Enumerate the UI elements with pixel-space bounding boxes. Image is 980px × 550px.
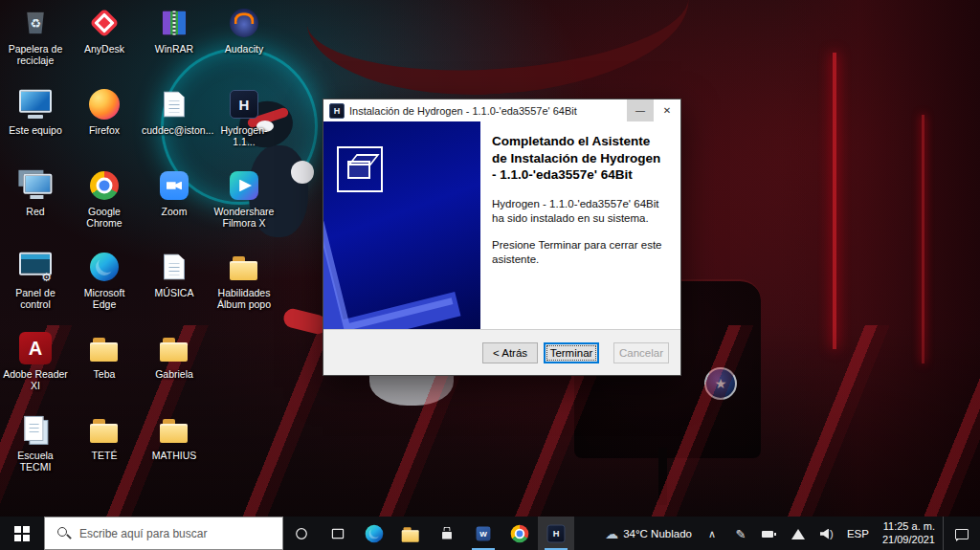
- desktop-icon[interactable]: Audacity: [212, 6, 277, 87]
- desktop-icon[interactable]: AnyDesk: [72, 6, 137, 87]
- desktop-icon-label: Hydrogen-1.1...: [212, 124, 277, 147]
- desktop-icon[interactable]: Gabriela: [142, 331, 207, 412]
- finish-heading: Completando el Asistente de Instalación …: [492, 133, 667, 184]
- taskbar-apps: [283, 517, 574, 550]
- action-center-button[interactable]: [943, 517, 980, 550]
- desktop-icon-label: MATHIUS: [152, 450, 196, 461]
- clock-time: 11:25 a. m.: [883, 520, 935, 534]
- wallpaper-art: [779, 0, 980, 517]
- desktop-icon[interactable]: Este equipo: [3, 87, 68, 168]
- desktop-icon[interactable]: Red: [3, 168, 68, 250]
- desktop-icon[interactable]: Teba: [72, 331, 137, 412]
- notification-icon: [953, 526, 970, 541]
- pen-settings-button[interactable]: [726, 517, 755, 550]
- taskbar-app[interactable]: [538, 517, 574, 550]
- cancel-button[interactable]: Cancelar: [613, 342, 669, 363]
- document-icon: [156, 87, 192, 121]
- desktop-icon[interactable]: Escuela TECMI: [3, 412, 68, 494]
- desktop-icon-label: Papelera de reciclaje: [3, 43, 68, 66]
- firefox-icon: [86, 87, 122, 121]
- finish-button[interactable]: Terminar: [544, 342, 599, 363]
- wallpaper-art: [301, 0, 694, 107]
- close-button[interactable]: ✕: [654, 99, 680, 121]
- audacity-icon: [226, 6, 262, 40]
- window-title: Instalación de Hydrogen - 1.1.0-'eda3557…: [349, 105, 627, 117]
- taskbar-app[interactable]: [392, 517, 429, 550]
- documents-stack-icon: [17, 412, 54, 447]
- wallpaper-art: [658, 448, 667, 505]
- clock[interactable]: 11:25 a. m. 21/09/2021: [875, 520, 943, 547]
- taskbar-app[interactable]: [320, 517, 356, 550]
- desktop-icon-label: Gabriela: [155, 368, 193, 380]
- desktop-icon-label: AnyDesk: [84, 43, 124, 55]
- desktop-icon[interactable]: Adobe Reader XI: [3, 331, 68, 412]
- taskbar-search[interactable]: [44, 517, 283, 550]
- wallpaper-character: [291, 161, 314, 184]
- start-button[interactable]: [0, 517, 44, 550]
- anydesk-icon: [86, 6, 122, 40]
- taskbar-app[interactable]: [283, 517, 320, 550]
- winrar-icon: [156, 6, 192, 40]
- desktop-icon[interactable]: cuddec@iston...: [142, 87, 207, 168]
- file-explorer-icon: [399, 522, 422, 543]
- desktop-icon-label: Red: [26, 206, 44, 217]
- desktop-icon[interactable]: TETÉ: [72, 412, 137, 494]
- word-icon: [472, 522, 495, 543]
- windows-logo-icon: [14, 526, 30, 541]
- desktop-icon-label: Habilidades Álbum popo: [212, 287, 277, 310]
- back-button[interactable]: < Atrás: [482, 342, 538, 363]
- battery-status-button[interactable]: [755, 517, 784, 550]
- cortana-icon: [290, 522, 313, 543]
- network-status-button[interactable]: [784, 517, 813, 550]
- folder-icon: [226, 250, 262, 284]
- desktop-icon[interactable]: Wondershare Filmora X: [212, 168, 277, 250]
- desktop-icon[interactable]: Google Chrome: [72, 168, 137, 250]
- desktop-icon[interactable]: Firefox: [72, 87, 137, 168]
- desktop-icon[interactable]: Microsoft Edge: [72, 250, 137, 331]
- hydrogen-icon: [226, 87, 262, 121]
- desktop-icon[interactable]: Hydrogen-1.1...: [212, 87, 277, 168]
- desktop-icon[interactable]: MATHIUS: [142, 412, 207, 494]
- tray-overflow-button[interactable]: [698, 517, 726, 550]
- desktop-icon[interactable]: Zoom: [142, 168, 207, 250]
- window-titlebar[interactable]: H Instalación de Hydrogen - 1.1.0-'eda35…: [323, 99, 680, 121]
- desktop-icon-label: Firefox: [89, 124, 120, 136]
- taskbar-app[interactable]: [429, 517, 465, 550]
- install-status-text: Hydrogen - 1.1.0-'eda3557e' 64Bit ha sid…: [492, 197, 667, 227]
- desktop-icon-label: Zoom: [162, 206, 188, 217]
- language-label: ESP: [847, 528, 869, 539]
- installer-content: Completando el Asistente de Instalación …: [480, 121, 680, 329]
- search-input[interactable]: [78, 517, 282, 550]
- network-icon: [17, 168, 54, 203]
- desktop-icon-label: Adobe Reader XI: [3, 368, 68, 391]
- install-instruction-text: Presione Terminar para cerrar este asist…: [492, 238, 667, 268]
- taskbar-app[interactable]: [356, 517, 392, 550]
- desktop-icon-label: Google Chrome: [72, 206, 137, 229]
- desktop-icon[interactable]: Habilidades Álbum popo: [212, 250, 277, 331]
- folder-icon: [156, 331, 192, 365]
- zoom-icon: [156, 168, 192, 203]
- chevron-up-icon: [703, 526, 721, 541]
- minimize-button[interactable]: —: [627, 99, 654, 121]
- taskbar-app[interactable]: [465, 517, 501, 550]
- desktop-icon[interactable]: WinRAR: [142, 6, 207, 87]
- installer-body: Completando el Asistente de Instalación …: [323, 121, 680, 329]
- wizard-sidebar-image: [323, 121, 480, 329]
- chrome-icon: [86, 168, 122, 203]
- wallpaper-art: [833, 53, 836, 349]
- desktop-icon[interactable]: Panel de control: [3, 250, 68, 331]
- taskbar-app[interactable]: [501, 517, 538, 550]
- desktop-icon-label: Wondershare Filmora X: [212, 206, 277, 229]
- language-indicator[interactable]: ESP: [841, 517, 875, 550]
- edge-icon: [363, 522, 386, 543]
- hydrogen-icon: H: [329, 103, 345, 119]
- desktop-icon-grid: Papelera de reciclaje Este equipo Red Pa…: [2, 6, 279, 494]
- desktop-icon-label: WinRAR: [155, 43, 193, 55]
- desktop-icon-label: Audacity: [225, 43, 263, 55]
- weather-widget[interactable]: ☁ 34°C Nublado: [599, 517, 698, 550]
- desktop-icon[interactable]: Papelera de reciclaje: [3, 6, 68, 87]
- desktop-icon[interactable]: MÚSICA: [142, 250, 207, 331]
- desktop-icon-label: Teba: [94, 368, 116, 380]
- volume-button[interactable]: [813, 517, 841, 550]
- desktop-icon-label: Este equipo: [9, 124, 61, 136]
